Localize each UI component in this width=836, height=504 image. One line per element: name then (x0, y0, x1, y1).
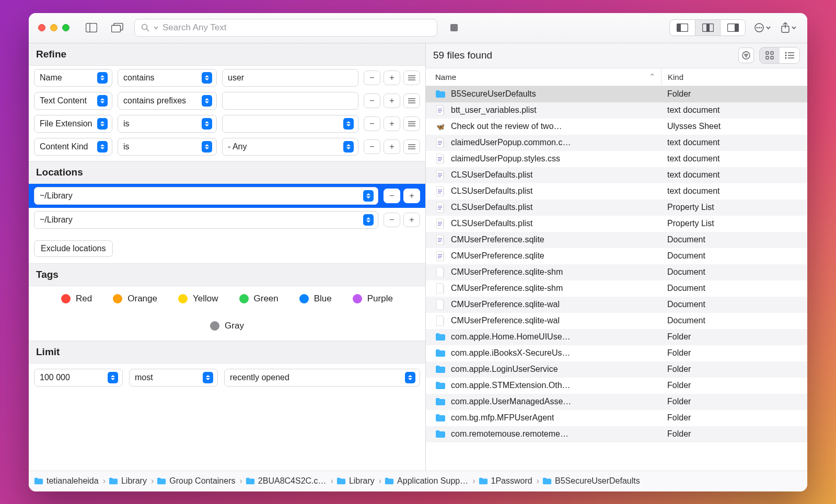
rule-field-popup[interactable]: File Extension (34, 115, 112, 133)
file-row[interactable]: CMUserPreference.sqlite-walDocument (426, 297, 807, 313)
file-row[interactable]: btt_user_variables.plisttext document (426, 102, 807, 119)
list-view-button[interactable] (780, 48, 799, 63)
remove-rule-button[interactable] (364, 93, 380, 108)
rule-op-popup[interactable]: is (118, 115, 217, 133)
tag-green[interactable]: Green (239, 294, 278, 304)
toggle-sidebar-button[interactable] (82, 19, 101, 36)
rule-menu-button[interactable] (403, 93, 420, 108)
path-crumb[interactable]: 2BUA8C4S2C.c…› (246, 476, 334, 486)
stop-button[interactable] (445, 19, 463, 36)
search-field[interactable] (134, 19, 437, 37)
column-kind[interactable]: Kind (661, 68, 807, 86)
file-row[interactable]: CMUserPreference.sqliteDocument (426, 248, 807, 264)
rule-menu-button[interactable] (403, 116, 420, 131)
rule-menu-button[interactable] (403, 139, 420, 154)
rule-field-popup[interactable]: Text Content (34, 92, 112, 110)
search-icon (141, 24, 149, 32)
limit-count-popup[interactable]: 100 000 (34, 369, 123, 386)
file-row[interactable]: CLSUserDefaults.plistProperty List (426, 216, 807, 232)
rule-menu-button[interactable] (403, 71, 420, 85)
layout-center-button[interactable] (695, 20, 720, 36)
folder-icon (542, 476, 552, 486)
path-crumb[interactable]: Library› (109, 476, 155, 486)
windows-button[interactable] (108, 19, 127, 36)
rule-value-input[interactable] (222, 92, 358, 110)
limit-by-popup[interactable]: recently opened (224, 369, 420, 386)
rule-value-input[interactable] (222, 69, 358, 87)
location-path-popup[interactable]: ~/Library (34, 187, 378, 205)
limit-header: Limit (29, 341, 425, 364)
location-row[interactable]: ~/Library (29, 184, 425, 208)
file-row[interactable]: com.apple.UserManagedAsse…Folder (426, 394, 807, 410)
file-row[interactable]: CMUserPreference.sqlite-walDocument (426, 313, 807, 329)
remove-rule-button[interactable] (364, 139, 380, 154)
remove-location-button[interactable] (384, 189, 400, 203)
file-row[interactable]: CMUserPreference.sqlite-shmDocument (426, 264, 807, 280)
exclude-locations-button[interactable]: Exclude locations (34, 240, 113, 257)
path-crumb[interactable]: Group Containers› (157, 476, 243, 486)
tag-yellow[interactable]: Yellow (178, 294, 218, 304)
layout-segmented-control[interactable] (669, 19, 746, 36)
file-row[interactable]: CLSUserDefaults.plistProperty List (426, 200, 807, 216)
location-row[interactable]: ~/Library (29, 208, 425, 232)
add-rule-button[interactable] (384, 116, 400, 131)
path-crumb[interactable]: tetianaleheida› (34, 476, 107, 486)
rule-value-popup[interactable] (222, 115, 358, 133)
layout-right-button[interactable] (720, 20, 745, 36)
rule-field-popup[interactable]: Name (34, 69, 112, 87)
add-location-button[interactable] (403, 189, 420, 203)
icon-view-button[interactable] (760, 48, 780, 63)
add-rule-button[interactable] (384, 139, 400, 154)
rule-value-popup[interactable]: - Any (222, 138, 358, 156)
add-rule-button[interactable] (384, 93, 400, 108)
location-path-popup[interactable]: ~/Library (34, 211, 378, 229)
tag-orange[interactable]: Orange (113, 294, 157, 304)
file-row[interactable]: CLSUserDefaults.plisttext document (426, 183, 807, 200)
file-row[interactable]: claimedUserPopup.common.c…text document (426, 135, 807, 151)
file-row[interactable]: 🦋Check out the review of two…Ulysses She… (426, 119, 807, 135)
tag-red[interactable]: Red (61, 294, 92, 304)
share-button[interactable] (779, 19, 798, 36)
file-row[interactable]: CLSUserDefaults.plisttext document (426, 167, 807, 183)
remove-rule-button[interactable] (364, 116, 380, 131)
close-window-button[interactable] (38, 24, 45, 31)
remove-rule-button[interactable] (364, 71, 380, 85)
file-list[interactable]: B5SecureUserDefaultsFolderbtt_user_varia… (426, 86, 807, 471)
limit-order-popup[interactable]: most (129, 369, 218, 386)
path-crumb[interactable]: B5SecureUserDefaults (542, 476, 640, 486)
minimize-window-button[interactable] (50, 24, 57, 31)
remove-location-button[interactable] (384, 213, 400, 227)
file-row[interactable]: com.apple.STMExtension.Oth…Folder (426, 378, 807, 394)
filter-button[interactable] (738, 48, 754, 63)
path-crumb[interactable]: 1Password› (479, 476, 540, 486)
rule-op-popup[interactable]: contains prefixes (118, 92, 217, 110)
file-row[interactable]: CMUserPreference.sqlite-shmDocument (426, 280, 807, 297)
tag-gray[interactable]: Gray (210, 321, 244, 331)
file-row[interactable]: com.apple.iBooksX-SecureUs…Folder (426, 345, 807, 361)
file-row[interactable]: com.apple.LoginUserServiceFolder (426, 361, 807, 378)
rule-field-popup[interactable]: Content Kind (34, 138, 112, 156)
file-row[interactable]: com.apple.Home.HomeUIUse…Folder (426, 329, 807, 345)
file-kind: Property List (667, 219, 714, 228)
svg-rect-51 (438, 157, 442, 158)
add-location-button[interactable] (403, 213, 420, 227)
file-kind: Folder (667, 89, 691, 98)
zoom-window-button[interactable] (62, 24, 69, 31)
more-menu-button[interactable] (753, 19, 772, 36)
layout-left-button[interactable] (670, 20, 695, 36)
file-row[interactable]: B5SecureUserDefaultsFolder (426, 86, 807, 102)
tag-blue[interactable]: Blue (299, 294, 332, 304)
rule-op-popup[interactable]: contains (118, 69, 217, 87)
search-input[interactable] (162, 22, 431, 33)
file-row[interactable]: CMUserPreference.sqliteDocument (426, 232, 807, 248)
view-mode-toggle[interactable] (759, 47, 800, 64)
file-row[interactable]: com.bg.mfp.MFPUserAgentFolder (426, 410, 807, 426)
column-name[interactable]: Name ⌃ (426, 72, 661, 81)
path-crumb[interactable]: Library› (336, 476, 382, 486)
tag-purple[interactable]: Purple (353, 294, 393, 304)
file-row[interactable]: claimedUserPopup.styles.csstext document (426, 151, 807, 167)
add-rule-button[interactable] (384, 71, 400, 85)
path-crumb[interactable]: Application Supp…› (385, 476, 476, 486)
rule-op-popup[interactable]: is (118, 138, 217, 156)
file-row[interactable]: com.remotemouse.remoteme…Folder (426, 426, 807, 442)
